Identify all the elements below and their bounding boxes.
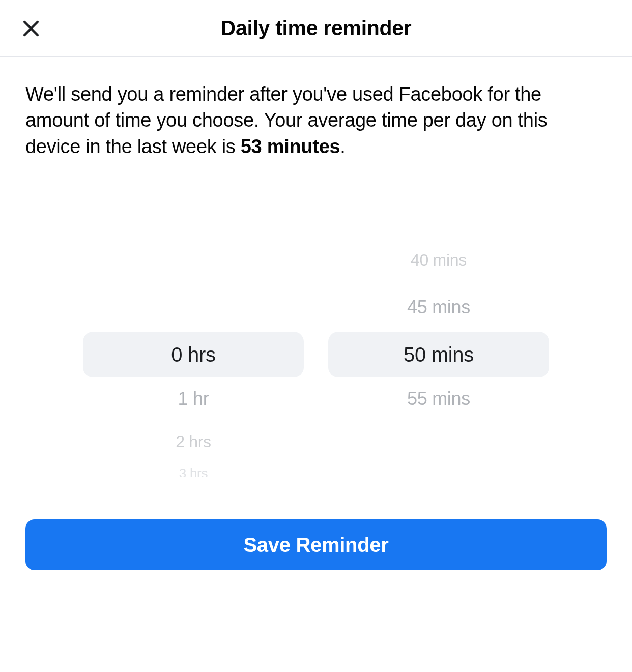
description-after: .: [340, 136, 345, 157]
minutes-option-selected[interactable]: 50 mins: [328, 332, 549, 377]
modal-footer: Save Reminder: [0, 519, 632, 672]
minutes-picker[interactable]: 35 mins 40 mins 45 mins 50 mins 55 mins: [328, 232, 549, 477]
modal-header: Daily time reminder: [0, 0, 632, 57]
daily-time-reminder-modal: Daily time reminder We'll send you a rem…: [0, 0, 632, 672]
close-icon: [20, 17, 42, 40]
hours-option-selected[interactable]: 0 hrs: [83, 332, 304, 377]
time-picker: 0 hrs 1 hr 2 hrs 3 hrs 35 mins 40 mins 4…: [25, 160, 607, 519]
minutes-option[interactable]: 35 mins: [328, 232, 549, 237]
description-bold: 53 minutes: [241, 136, 340, 157]
hours-picker-items: 0 hrs 1 hr 2 hrs 3 hrs: [83, 332, 304, 477]
minutes-option[interactable]: 40 mins: [328, 237, 549, 283]
modal-title: Daily time reminder: [221, 16, 412, 40]
minutes-picker-items: 35 mins 40 mins 45 mins 50 mins 55 mins: [328, 232, 549, 420]
minutes-option[interactable]: 55 mins: [328, 377, 549, 420]
save-reminder-button[interactable]: Save Reminder: [25, 519, 607, 570]
modal-content: We'll send you a reminder after you've u…: [0, 57, 632, 519]
hours-picker[interactable]: 0 hrs 1 hr 2 hrs 3 hrs: [83, 232, 304, 477]
close-button[interactable]: [18, 16, 44, 41]
hours-option[interactable]: 2 hrs: [83, 420, 304, 463]
minutes-option[interactable]: 45 mins: [328, 283, 549, 332]
description-text: We'll send you a reminder after you've u…: [25, 81, 607, 160]
hours-option[interactable]: 3 hrs: [83, 463, 304, 477]
hours-option[interactable]: 1 hr: [83, 377, 304, 420]
